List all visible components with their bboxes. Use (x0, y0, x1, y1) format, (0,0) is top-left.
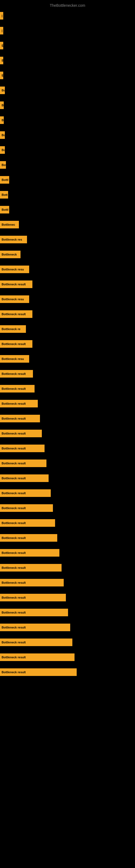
bar-label: Bottleneck result (0, 653, 75, 661)
bar-row: Bottleneck result (0, 620, 135, 635)
bar-row: E (0, 68, 135, 83)
bar-label: Bottleneck result (0, 340, 32, 348)
bar-label: B (0, 57, 3, 64)
bar-label: Bottl (0, 206, 9, 214)
bar-row: Bottleneck result (0, 635, 135, 650)
bar-label: Bottleneck resu (0, 296, 29, 303)
bar-row: Bottleneck result (0, 650, 135, 664)
bar-label: Bottleneck resu (0, 266, 29, 273)
bar-label: B (0, 116, 4, 124)
bar-row: Bottleneck result (0, 396, 135, 411)
bars-container: ||EBEBoBBBoBoBotBottlBottBottlBottlenecB… (0, 8, 135, 680)
bar-label: Bottleneck result (0, 624, 70, 631)
bar-label: Bottleneck result (0, 310, 32, 318)
bar-row: E (0, 38, 135, 53)
bar-row: | (0, 8, 135, 23)
bar-label: Bottleneck result (0, 460, 46, 467)
bar-label: | (0, 27, 3, 34)
bar-label: Bottlenec (0, 221, 19, 228)
bar-row: Bottleneck result (0, 411, 135, 426)
bar-label: Bot (0, 161, 6, 169)
bar-label: Bottleneck (0, 251, 20, 258)
bar-label: Bottleneck result (0, 415, 40, 422)
bar-label: Bottleneck result (0, 534, 57, 542)
bar-row: Bo (0, 143, 135, 157)
bar-row: Bottleneck result (0, 590, 135, 605)
bar-row: Bottleneck result (0, 605, 135, 620)
bar-row: B (0, 98, 135, 113)
bar-label: Bottleneck result (0, 370, 33, 378)
bar-label: Bottleneck result (0, 564, 61, 571)
bar-row: B (0, 53, 135, 68)
bar-label: Bottleneck result (0, 504, 53, 512)
bar-row: B (0, 113, 135, 127)
bar-label: Bottleneck result (0, 594, 66, 601)
bar-label: Bottleneck result (0, 549, 59, 557)
bar-row: Bottleneck result (0, 441, 135, 456)
bar-row: Bottleneck result (0, 426, 135, 441)
bar-row: Bottleneck result (0, 277, 135, 291)
bar-row: Bottleneck result (0, 500, 135, 516)
bar-row: Bottleneck result (0, 336, 135, 351)
bar-label: Bo (0, 146, 5, 154)
bar-row: Bottleneck result (0, 545, 135, 560)
bar-row: Bot (0, 157, 135, 172)
bar-row: Bottleneck result (0, 381, 135, 396)
bar-label: Bottleneck result (0, 430, 42, 437)
bar-row: Bottl (0, 202, 135, 217)
bar-label: B (0, 101, 4, 109)
bar-row: Bottleneck resu (0, 262, 135, 277)
bar-row: Bottleneck result (0, 530, 135, 545)
bar-row: Bottleneck (0, 247, 135, 262)
bar-row: Bottleneck resu (0, 291, 135, 307)
bar-label: Bo (0, 131, 5, 139)
bar-label: Bottleneck result (0, 474, 49, 482)
bar-label: Bottleneck result (0, 669, 77, 676)
bar-label: Bottleneck result (0, 489, 51, 497)
bar-row: Bottleneck result (0, 471, 135, 486)
bar-label: | (0, 12, 3, 20)
bar-label: Bottleneck result (0, 609, 68, 616)
bar-label: Bo (0, 87, 5, 94)
bar-row: Bottleneck result (0, 366, 135, 381)
bar-row: Bo (0, 127, 135, 143)
bar-row: Bottleneck re (0, 321, 135, 336)
bar-label: Bottleneck res (0, 236, 27, 243)
bar-label: Bott (0, 191, 8, 198)
bar-row: Bottleneck result (0, 486, 135, 500)
bar-label: Bottleneck result (0, 444, 45, 452)
bar-row: Bottl (0, 172, 135, 187)
bar-label: Bottl (0, 176, 9, 184)
bar-label: Bottleneck result (0, 280, 32, 288)
bar-row: Bottlenec (0, 217, 135, 232)
bar-label: Bottleneck result (0, 400, 38, 407)
bar-row: Bottleneck res (0, 232, 135, 247)
bar-label: Bottleneck result (0, 639, 72, 646)
bar-row: | (0, 23, 135, 38)
bar-label: Bottleneck result (0, 519, 55, 527)
bar-row: Bottleneck result (0, 307, 135, 321)
bar-row: Bottleneck result (0, 456, 135, 471)
bar-row: Bottleneck result (0, 560, 135, 575)
bar-row: Bottleneck result (0, 575, 135, 590)
bar-row: Bo (0, 83, 135, 98)
bar-row: Bott (0, 187, 135, 202)
bar-label: E (0, 42, 3, 50)
bar-row: Bottleneck result (0, 516, 135, 530)
bar-row: Bottleneck resu (0, 351, 135, 366)
bar-row: Bottleneck result (0, 664, 135, 680)
bar-label: Bottleneck resu (0, 355, 29, 363)
bar-label: E (0, 72, 3, 79)
bar-label: Bottleneck result (0, 579, 64, 586)
bar-label: Bottleneck re (0, 325, 26, 333)
bar-label: Bottleneck result (0, 385, 35, 393)
